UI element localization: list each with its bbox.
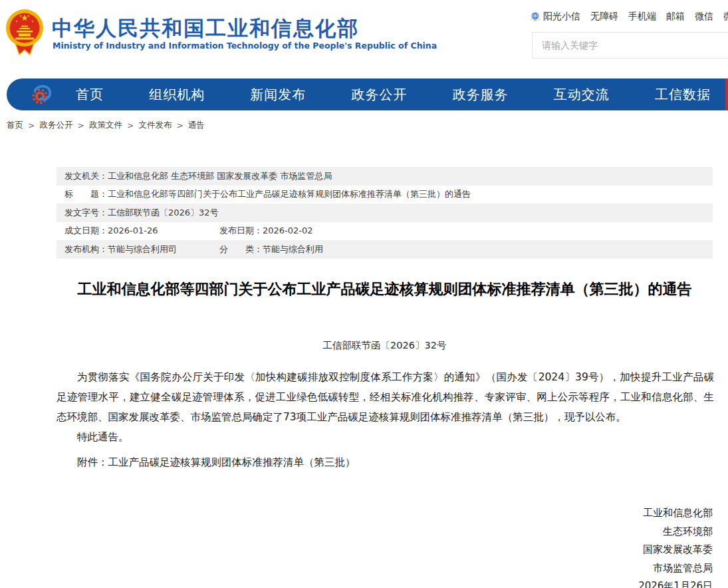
body-paragraph: 特此通告。 xyxy=(57,427,714,447)
quick-link-label: 阳光小信 xyxy=(543,11,580,23)
breadcrumb-document-release[interactable]: 文件发布 xyxy=(138,120,172,131)
body-paragraph: 为贯彻落实《国务院办公厅关于印发〈加快构建碳排放双控制度体系工作方案〉的通知》（… xyxy=(57,367,714,427)
meta-value: 节能与综合利用司 xyxy=(108,244,177,254)
nav-item-interaction[interactable]: 互动交流 xyxy=(554,86,610,104)
nav-item-gov-openness[interactable]: 政务公开 xyxy=(351,86,407,104)
signature-line: 生态环境部 xyxy=(638,523,713,541)
meta-label: 成文日期： xyxy=(64,225,108,235)
quick-links: 阳光小信 无障碍 手机端 邮箱 微信 微博 xyxy=(530,11,728,23)
meta-cell: 分 类：节能与综合利用 xyxy=(219,243,323,255)
signature-line: 市场监管总局 xyxy=(638,559,713,578)
quick-link-mobile[interactable]: 手机端 xyxy=(628,11,656,23)
breadcrumb-home[interactable]: 首页 xyxy=(7,120,23,131)
nav-item-home[interactable]: 首页 xyxy=(76,86,104,104)
breadcrumb-notice[interactable]: 通告 xyxy=(188,120,205,131)
breadcrumb-separator: > xyxy=(176,120,183,130)
nav-item-miit-data[interactable]: 工信数据 xyxy=(655,86,711,104)
document-body: 为贯彻落实《国务院办公厅关于印发〈加快构建碳排放双控制度体系工作方案〉的通知》（… xyxy=(57,367,714,447)
page: 中华人民共和国工业和信息化部 Ministry of Industry and … xyxy=(0,0,728,588)
robot-icon xyxy=(530,11,541,22)
meta-row-publisher-category: 发布机构：节能与综合利用司 分 类：节能与综合利用 xyxy=(57,240,713,259)
breadcrumb-separator: > xyxy=(28,120,35,130)
quick-link-weibo[interactable]: 微博 xyxy=(723,11,728,23)
document-number: 工信部联节函〔2026〕32号 xyxy=(57,339,713,352)
miit-gear-logo-icon[interactable] xyxy=(31,83,53,106)
meta-label: 标 题： xyxy=(64,188,108,200)
document-title: 工业和信息化部等四部门关于公布工业产品碳足迹核算规则团体标准推荐清单（第三批）的… xyxy=(57,279,713,299)
nav-items: 首页 组织机构 新闻发布 政务公开 政务服务 互动交流 工信数据 xyxy=(76,86,711,104)
meta-cell: 发布日期：2026-02-02 xyxy=(219,225,313,237)
search-input[interactable] xyxy=(532,32,728,59)
breadcrumb-policy-documents[interactable]: 政策文件 xyxy=(89,120,122,131)
meta-cell: 发布机构：节能与综合利用司 xyxy=(64,243,219,255)
quick-link-sunshine[interactable]: 阳光小信 xyxy=(530,11,580,23)
site-subtitle: Ministry of Industry and Information Tec… xyxy=(53,41,437,51)
quick-link-wechat[interactable]: 微信 xyxy=(695,11,713,23)
site-title: 中华人民共和国工业和信息化部 xyxy=(52,15,359,43)
breadcrumb-separator: > xyxy=(127,120,134,130)
meta-value: 节能与综合利用 xyxy=(263,244,323,254)
attachment-link[interactable]: 附件：工业产品碳足迹核算规则团体标准推荐清单（第三批） xyxy=(57,456,356,470)
meta-label: 分 类： xyxy=(219,244,263,254)
meta-label: 发布机构： xyxy=(64,244,108,254)
document-meta-table: 发文机关：工业和信息化部 生态环境部 国家发展改革委 市场监管总局 标 题：工业… xyxy=(57,167,713,259)
nav-edge-red-element[interactable] xyxy=(725,78,728,110)
signature-date: 2026年1月26日 xyxy=(638,577,713,588)
meta-label: 发布日期： xyxy=(219,225,263,235)
meta-value: 工业和信息化部等四部门关于公布工业产品碳足迹核算规则团体标准推荐清单（第三批）的… xyxy=(108,188,471,200)
meta-value: 工业和信息化部 生态环境部 国家发展改革委 市场监管总局 xyxy=(108,170,332,182)
meta-label: 发文机关： xyxy=(64,170,108,182)
nav-item-organization[interactable]: 组织机构 xyxy=(149,86,205,104)
meta-value: 2026-02-02 xyxy=(263,225,313,235)
breadcrumb-separator: > xyxy=(77,120,84,130)
main-nav: 首页 组织机构 新闻发布 政务公开 政务服务 互动交流 工信数据 xyxy=(7,78,728,110)
meta-row-issuing-agency: 发文机关：工业和信息化部 生态环境部 国家发展改革委 市场监管总局 xyxy=(57,167,713,186)
meta-row-doc-number: 发文字号：工信部联节函〔2026〕32号 xyxy=(57,204,713,222)
nav-item-gov-services[interactable]: 政务服务 xyxy=(453,86,509,104)
meta-label: 发文字号： xyxy=(64,207,108,219)
signature-line: 工业和信息化部 xyxy=(638,504,713,523)
signature-line: 国家发展改革委 xyxy=(638,541,713,559)
breadcrumb: 首页 > 政务公开 > 政策文件 > 文件发布 > 通告 xyxy=(7,120,205,131)
meta-row-title: 标 题：工业和信息化部等四部门关于公布工业产品碳足迹核算规则团体标准推荐清单（第… xyxy=(57,186,713,204)
breadcrumb-gov-openness[interactable]: 政务公开 xyxy=(39,120,72,131)
meta-value: 2026-01-26 xyxy=(108,225,158,235)
quick-link-accessibility[interactable]: 无障碍 xyxy=(590,11,618,23)
quick-link-mail[interactable]: 邮箱 xyxy=(666,11,685,23)
meta-cell: 成文日期：2026-01-26 xyxy=(64,225,219,237)
national-emblem-icon[interactable] xyxy=(5,8,44,56)
nav-item-news[interactable]: 新闻发布 xyxy=(250,86,306,104)
signature-block: 工业和信息化部 生态环境部 国家发展改革委 市场监管总局 2026年1月26日 xyxy=(638,504,713,588)
meta-value: 工信部联节函〔2026〕32号 xyxy=(108,207,219,219)
meta-row-dates: 成文日期：2026-01-26 发布日期：2026-02-02 xyxy=(57,222,713,241)
